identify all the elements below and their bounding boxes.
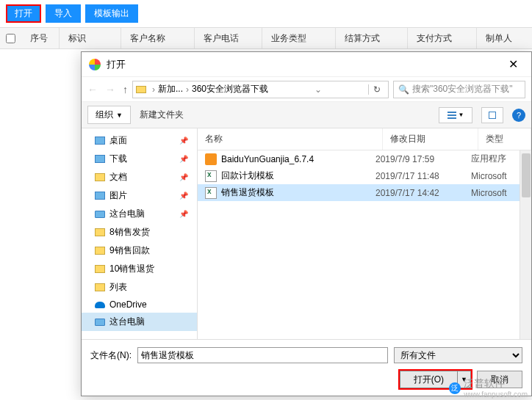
sidebar-item-label: 8销售发货 (109, 226, 150, 239)
watermark: 泛 泛普软件 www.fanpusoft.com (449, 377, 528, 399)
cloud-icon (95, 302, 105, 308)
col-settle-type[interactable]: 结算方式 (336, 28, 408, 48)
file-row[interactable]: BaiduYunGuanjia_6.7.42019/7/9 17:59应用程序 (198, 150, 531, 167)
sidebar-item-label: 10销售退货 (109, 263, 154, 275)
pin-icon: 📌 (179, 137, 188, 145)
filename-input[interactable] (137, 347, 388, 363)
chevron-down-icon: ▼ (116, 112, 123, 119)
file-date: 2019/7/17 14:42 (375, 188, 471, 198)
file-name: BaiduYunGuanjia_6.7.4 (221, 154, 375, 164)
filename-label: 文件名(N): (90, 349, 132, 362)
close-icon[interactable]: ✕ (503, 57, 524, 71)
brand-logo-icon: 泛 (449, 382, 461, 394)
breadcrumb[interactable]: › 新加... › 360安全浏览器下载 ⌄ ↻ (132, 81, 389, 98)
file-filter-select[interactable]: 所有文件 (394, 347, 522, 363)
monitor-icon (95, 319, 105, 326)
nav-up-icon[interactable]: ↑ (123, 84, 128, 95)
col-mark[interactable]: 标识 (60, 28, 121, 48)
sidebar-item-label: 下载 (109, 153, 127, 165)
col-pay-type[interactable]: 支付方式 (408, 28, 477, 48)
nav-forward-icon[interactable]: → (105, 84, 115, 95)
new-folder-button[interactable]: 新建文件夹 (140, 109, 184, 121)
pin-icon: 📌 (179, 210, 188, 218)
sidebar-item[interactable]: OneDrive (82, 297, 197, 313)
doc-icon (95, 173, 105, 181)
col-name[interactable]: 名称 (198, 128, 383, 150)
folder-icon (95, 228, 105, 236)
blue-icon (95, 137, 105, 145)
refresh-icon[interactable]: ↻ (368, 84, 385, 95)
sidebar-item-label: OneDrive (109, 299, 147, 310)
sidebar-item-label: 列表 (109, 281, 127, 294)
nav-back-icon[interactable]: ← (87, 84, 98, 95)
sidebar: 桌面📌下载📌文档📌图片📌这台电脑📌8销售发货9销售回款10销售退货列表OneDr… (82, 128, 198, 339)
blue-icon (95, 155, 105, 163)
open-button[interactable]: 打开 (6, 4, 41, 23)
view-mode-button[interactable]: ▼ (439, 107, 472, 123)
sidebar-item[interactable]: 这台电脑 (82, 313, 197, 331)
file-date: 2019/7/9 17:59 (375, 154, 471, 164)
template-output-button[interactable]: 模板输出 (85, 4, 138, 23)
col-creator[interactable]: 制单人 (477, 28, 532, 48)
file-row[interactable]: 销售退货模板2019/7/17 14:42Microsoft (198, 184, 531, 201)
app-icon (89, 59, 101, 70)
dialog-title: 打开 (107, 58, 503, 71)
table-header: 序号 标识 客户名称 客户电话 业务类型 结算方式 支付方式 制单人 (0, 27, 532, 49)
search-icon: 🔍 (398, 84, 409, 95)
open-file-dialog: 打开 ✕ ← → ↑ › 新加... › 360安全浏览器下载 ⌄ ↻ 🔍 搜索… (81, 51, 532, 396)
sidebar-item[interactable]: 文档📌 (82, 168, 197, 186)
help-icon[interactable]: ? (512, 109, 525, 122)
pin-icon: 📌 (179, 173, 188, 181)
search-placeholder: 搜索"360安全浏览器下载" (412, 83, 513, 95)
breadcrumb-part[interactable]: 360安全浏览器下载 (192, 83, 268, 95)
sidebar-item-label: 这台电脑 (109, 316, 145, 328)
col-biz-type[interactable]: 业务类型 (262, 28, 336, 48)
col-modified[interactable]: 修改日期 (383, 128, 478, 150)
sidebar-item-label: 9销售回款 (109, 244, 150, 257)
file-type: Microsoft (471, 171, 524, 181)
organize-button[interactable]: 组织▼ (87, 106, 131, 124)
file-type: 应用程序 (471, 153, 524, 165)
folder-icon (95, 247, 105, 255)
sidebar-item[interactable]: 下载📌 (82, 150, 197, 168)
file-list: BaiduYunGuanjia_6.7.42019/7/9 17:59应用程序回… (198, 150, 531, 339)
sidebar-item-label: 桌面 (109, 134, 127, 147)
col-seq[interactable]: 序号 (21, 28, 60, 48)
file-name: 回款计划模板 (221, 170, 375, 182)
pin-icon: 📌 (179, 155, 188, 163)
sidebar-item[interactable]: 8销售发货 (82, 223, 197, 241)
select-all-checkbox[interactable] (6, 34, 15, 43)
col-customer-name[interactable]: 客户名称 (121, 28, 195, 48)
sidebar-item[interactable]: 9销售回款 (82, 241, 197, 260)
file-name: 销售退货模板 (221, 186, 375, 199)
sidebar-item-label: 文档 (109, 171, 127, 183)
monitor-icon (95, 211, 105, 218)
exe-file-icon (205, 153, 217, 165)
col-type[interactable]: 类型 (478, 128, 531, 150)
sidebar-item[interactable]: 这台电脑📌 (82, 205, 197, 223)
search-input[interactable]: 🔍 搜索"360安全浏览器下载" (393, 81, 525, 98)
import-button[interactable]: 导入 (46, 4, 81, 23)
sidebar-item-label: 图片 (109, 189, 127, 202)
file-type: Microsoft (471, 188, 524, 198)
col-customer-phone[interactable]: 客户电话 (195, 28, 262, 48)
chevron-down-icon[interactable]: ⌄ (312, 84, 325, 95)
file-row[interactable]: 回款计划模板2019/7/17 11:48Microsoft (198, 167, 531, 184)
breadcrumb-part[interactable]: 新加... (158, 83, 183, 95)
sidebar-item-label: 这台电脑 (109, 208, 145, 220)
excel-file-icon (205, 170, 217, 182)
folder-icon (136, 86, 146, 93)
blue-icon (95, 192, 105, 200)
sidebar-item[interactable]: 桌面📌 (82, 131, 197, 150)
scrollbar[interactable] (520, 150, 531, 339)
excel-file-icon (205, 187, 217, 199)
sidebar-item[interactable]: 图片📌 (82, 186, 197, 205)
pin-icon: 📌 (179, 192, 188, 200)
folder-icon (95, 265, 105, 273)
preview-pane-button[interactable] (481, 107, 503, 123)
sidebar-item[interactable]: 10销售退货 (82, 260, 197, 278)
file-date: 2019/7/17 11:48 (375, 171, 471, 181)
sidebar-item[interactable]: 列表 (82, 278, 197, 297)
folder-icon (95, 283, 105, 291)
